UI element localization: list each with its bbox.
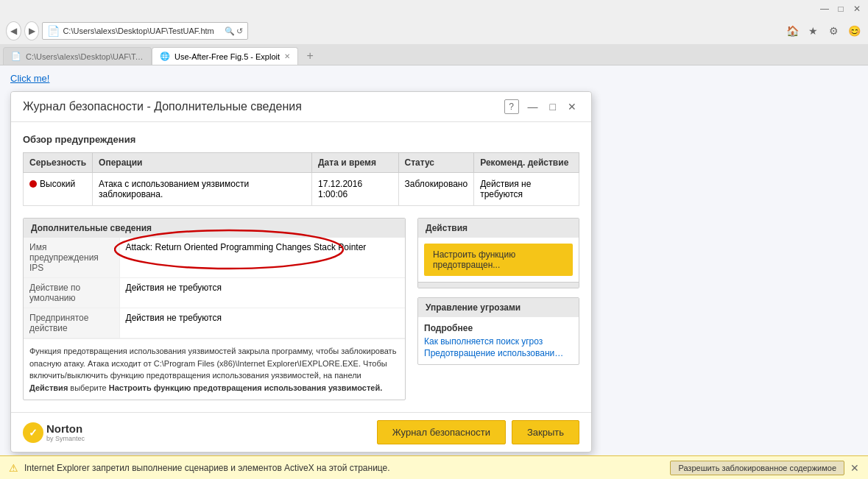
norton-dialog: Журнал безопасности - Дополнительные све… bbox=[10, 91, 592, 453]
dialog-controls: ? — □ ✕ bbox=[504, 99, 579, 114]
details-header: Дополнительные сведения bbox=[24, 219, 405, 238]
back-button[interactable]: ◀ bbox=[6, 21, 21, 40]
threat-content: Подробнее Как выполняется поиск угроз Пр… bbox=[418, 317, 579, 364]
norton-checkmark-icon: ✓ bbox=[23, 422, 43, 443]
norton-text: Norton by Symantec bbox=[46, 422, 85, 442]
alert-table-row: Высокий Атака с использованием уязвимост… bbox=[24, 173, 579, 206]
ie-infobar-message: Internet Explorer запретил выполнение сц… bbox=[24, 463, 390, 473]
detail-label-ips-name: Имя предупреждения IPS bbox=[24, 238, 119, 278]
footer-buttons: Журнал безопасности Закрыть bbox=[377, 420, 579, 444]
forward-button[interactable]: ▶ bbox=[24, 21, 40, 40]
ie-infobar-right: Разрешить заблокированное содержимое ✕ bbox=[670, 461, 859, 475]
browser-nav-row: ◀ ▶ 📄 C:\Users\alexs\Desktop\UAF\TestUAF… bbox=[0, 18, 868, 44]
detail-label-default-action: Действие по умолчанию bbox=[24, 278, 119, 308]
ips-name-value: Attack: Return Oriented Programming Chan… bbox=[126, 242, 367, 252]
threat-header: Управление угрозами bbox=[418, 298, 579, 317]
ie-infobar: ⚠ Internet Explorer запретил выполнение … bbox=[0, 455, 868, 479]
actions-header: Действия bbox=[418, 219, 579, 238]
dialog-close-button[interactable]: ✕ bbox=[565, 99, 579, 114]
threat-management-box: Управление угрозами Подробнее Как выполн… bbox=[417, 297, 579, 365]
page-content-area: Click me! Журнал безопасности - Дополнит… bbox=[0, 65, 868, 479]
two-col-layout: Дополнительные сведения Имя предупрежден… bbox=[23, 218, 579, 400]
severity-label: Высокий bbox=[40, 179, 75, 189]
address-actions: 🔍 ↺ bbox=[225, 26, 243, 36]
tab-favicon-1: 📄 bbox=[11, 52, 21, 61]
threat-link-2[interactable]: Предотвращение использования уязвим... bbox=[424, 348, 564, 358]
dialog-body: Обзор предупреждения Серьезность Операци… bbox=[11, 122, 591, 412]
minimize-window-button[interactable]: — bbox=[819, 4, 830, 14]
browser-top-bar: — □ ✕ ◀ ▶ 📄 C:\Users\alexs\Desktop\UAF\T… bbox=[0, 0, 868, 65]
ie-infobar-close-button[interactable]: ✕ bbox=[850, 462, 859, 474]
col-operation: Операции bbox=[93, 153, 312, 173]
left-column: Дополнительные сведения Имя предупрежден… bbox=[23, 218, 406, 400]
tab-favicon-2: 🌐 bbox=[160, 52, 170, 61]
norton-logo: ✓ Norton by Symantec bbox=[23, 422, 85, 443]
norton-sub-label: by Symantec bbox=[46, 435, 85, 442]
threat-sub-label: Подробнее bbox=[424, 323, 573, 333]
configure-prevention-button[interactable]: Настроить функцию предотвращен... bbox=[424, 244, 573, 276]
details-table: Имя предупреждения IPS Attack: Return Or… bbox=[24, 238, 405, 338]
norton-brand-label: Norton bbox=[46, 422, 85, 435]
ips-name-cell: Attack: Return Oriented Programming Chan… bbox=[119, 238, 405, 278]
dialog-restore-button[interactable]: □ bbox=[547, 99, 559, 114]
detail-value-taken-action: Действия не требуются bbox=[119, 308, 405, 338]
dialog-close-btn[interactable]: Закрыть bbox=[512, 420, 579, 444]
dialog-minimize-button[interactable]: — bbox=[525, 99, 541, 114]
browser-nav-right: 🏠 ★ ⚙ 😊 bbox=[784, 23, 862, 39]
severity-cell: Высокий bbox=[24, 173, 93, 206]
refresh-button[interactable]: ↺ bbox=[236, 26, 243, 36]
detail-row-ips-name: Имя предупреждения IPS Attack: Return Or… bbox=[24, 238, 405, 278]
details-description: Функция предотвращения использования уяз… bbox=[24, 338, 405, 400]
smiley-icon[interactable]: 😊 bbox=[846, 23, 862, 39]
col-status: Статус bbox=[398, 153, 474, 173]
threat-link-1[interactable]: Как выполняется поиск угроз bbox=[424, 336, 573, 347]
tab-close-button[interactable]: ✕ bbox=[284, 52, 290, 60]
recommendation-cell: Действия не требуются bbox=[474, 173, 579, 206]
detail-row-taken-action: Предпринятое действие Действия не требую… bbox=[24, 308, 405, 338]
page-icon: 📄 bbox=[47, 25, 60, 37]
severity-dot bbox=[29, 180, 37, 188]
details-box: Дополнительные сведения Имя предупрежден… bbox=[23, 218, 406, 400]
ie-infobar-left: ⚠ Internet Explorer запретил выполнение … bbox=[9, 462, 390, 474]
actions-content: Настроить функцию предотвращен... bbox=[418, 238, 579, 282]
ie-allow-content-button[interactable]: Разрешить заблокированное содержимое bbox=[670, 461, 844, 475]
detail-value-default-action: Действия не требуются bbox=[119, 278, 405, 308]
tab-label-1: C:\Users\alexs\Desktop\UAF\TestUAF.htm bbox=[26, 52, 144, 61]
dialog-titlebar: Журнал безопасности - Дополнительные све… bbox=[11, 92, 591, 122]
overview-section-title: Обзор предупреждения bbox=[23, 134, 579, 145]
right-column: Действия Настроить функцию предотвращен.… bbox=[417, 218, 579, 400]
close-window-button[interactable]: ✕ bbox=[852, 4, 862, 14]
ie-warning-icon: ⚠ bbox=[9, 462, 18, 474]
scrollbar-area bbox=[418, 282, 579, 288]
col-recommendation: Рекоменд. действие bbox=[474, 153, 579, 173]
address-text: C:\Users\alexs\Desktop\UAF\TestUAF.htm bbox=[63, 26, 222, 35]
dialog-help-button[interactable]: ? bbox=[504, 99, 519, 114]
actions-box: Действия Настроить функцию предотвращен.… bbox=[417, 218, 579, 288]
col-datetime: Дата и время bbox=[312, 153, 399, 173]
settings-icon[interactable]: ⚙ bbox=[825, 23, 841, 39]
tab-testuaf[interactable]: 📄 C:\Users\alexs\Desktop\UAF\TestUAF.htm bbox=[3, 47, 152, 65]
restore-window-button[interactable]: □ bbox=[836, 4, 846, 14]
col-severity: Серьезность bbox=[24, 153, 93, 173]
new-tab-button[interactable]: + bbox=[301, 47, 319, 65]
security-log-button[interactable]: Журнал безопасности bbox=[377, 420, 506, 444]
titlebar-controls: — □ ✕ bbox=[819, 4, 862, 14]
favorites-icon[interactable]: ★ bbox=[805, 23, 821, 39]
browser-window: — □ ✕ ◀ ▶ 📄 C:\Users\alexs\Desktop\UAF\T… bbox=[0, 0, 868, 479]
home-icon[interactable]: 🏠 bbox=[784, 23, 800, 39]
status-cell: Заблокировано bbox=[398, 173, 474, 206]
tab-label-2: Use-After-Free Fig.5 - Exploit bbox=[174, 52, 280, 61]
operation-cell: Атака с использованием уязвимости заблок… bbox=[93, 173, 312, 206]
dialog-footer: ✓ Norton by Symantec Журнал безопасности… bbox=[11, 412, 591, 452]
alert-table: Серьезность Операции Дата и время Статус… bbox=[23, 152, 579, 206]
dialog-title: Журнал безопасности - Дополнительные све… bbox=[23, 100, 302, 113]
detail-label-taken-action: Предпринятое действие bbox=[24, 308, 119, 338]
browser-tabs-row: 📄 C:\Users\alexs\Desktop\UAF\TestUAF.htm… bbox=[0, 44, 868, 65]
search-in-address-button[interactable]: 🔍 bbox=[225, 26, 235, 36]
click-me-link[interactable]: Click me! bbox=[10, 73, 49, 84]
detail-row-default-action: Действие по умолчанию Действия не требую… bbox=[24, 278, 405, 308]
tab-exploit[interactable]: 🌐 Use-After-Free Fig.5 - Exploit ✕ bbox=[152, 47, 298, 65]
browser-nav-left: ◀ ▶ 📄 C:\Users\alexs\Desktop\UAF\TestUAF… bbox=[6, 21, 248, 40]
datetime-cell: 17.12.2016 1:00:06 bbox=[312, 173, 399, 206]
address-bar: 📄 C:\Users\alexs\Desktop\UAF\TestUAF.htm… bbox=[42, 22, 248, 40]
